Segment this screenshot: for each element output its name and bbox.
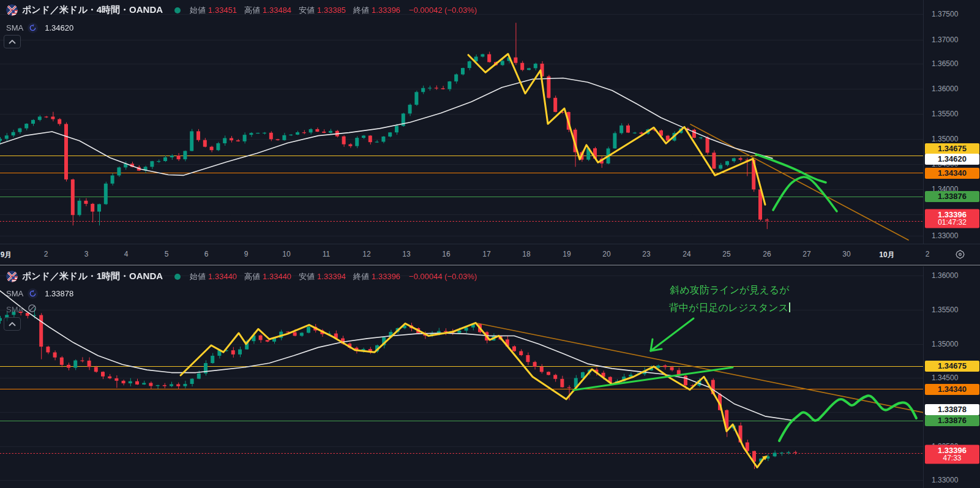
sma-label: SMA bbox=[6, 23, 23, 32]
top-sma-legend[interactable]: SMA 1.34620 bbox=[6, 23, 73, 33]
time-label: 4 bbox=[124, 250, 129, 258]
price-tick-label: 1.36500 bbox=[932, 59, 958, 68]
price-tick-label: 1.34500 bbox=[932, 374, 958, 382]
top-chart-canvas[interactable] bbox=[0, 0, 923, 244]
time-label: 10月 bbox=[879, 250, 894, 260]
price-tick-label: 1.36000 bbox=[932, 84, 958, 93]
time-label: 27 bbox=[802, 250, 810, 258]
time-label: 9月 bbox=[1, 250, 12, 260]
chart-panel-4h: ポンド／米ドル・4時間・OANDA 始値1.33451 高値1.33484 安値… bbox=[0, 0, 980, 244]
top-change-value: −0.00042 (−0.03%) bbox=[409, 6, 477, 15]
price-tick-label: 1.35000 bbox=[932, 340, 958, 348]
time-label: 20 bbox=[602, 250, 610, 258]
gbpusd-flag-icon bbox=[6, 271, 18, 282]
time-label: 5 bbox=[165, 250, 169, 258]
time-label: 25 bbox=[722, 250, 730, 258]
time-label: 24 bbox=[683, 250, 690, 258]
price-tick-label: 1.36000 bbox=[932, 271, 958, 280]
sma-label: SMA bbox=[6, 305, 23, 314]
time-label: 12 bbox=[362, 250, 370, 258]
annotation-line2: 背中が日足のレジスタンス bbox=[650, 299, 809, 317]
collapse-header-button-bottom[interactable] bbox=[4, 317, 21, 331]
time-label: 6 bbox=[204, 250, 209, 258]
sma-loading-icon bbox=[28, 23, 38, 33]
time-label: 17 bbox=[482, 250, 490, 258]
gbpusd-flag-icon bbox=[6, 4, 18, 16]
top-ohlc-values: 始値1.33451 高値1.33484 安値1.33385 終値1.33396 … bbox=[190, 5, 477, 16]
price-tick-label: 1.35500 bbox=[932, 110, 958, 118]
chart-panel-1h: ポンド／米ドル・1時間・OANDA 始値1.33440 高値1.33440 安値… bbox=[0, 266, 980, 488]
time-axis[interactable]: 9月23456910111213161718192023242526273010… bbox=[0, 244, 980, 264]
text-caret bbox=[789, 302, 790, 312]
price-badge-white: 1.33878 bbox=[925, 404, 979, 415]
market-status-dot bbox=[174, 274, 181, 280]
time-label: 10 bbox=[282, 250, 290, 258]
sma-loading-icon bbox=[28, 288, 38, 299]
panel-divider-handle[interactable] bbox=[0, 264, 980, 266]
time-label: 26 bbox=[763, 250, 771, 258]
price-tick-label: 1.33000 bbox=[932, 231, 958, 240]
chart-text-annotation[interactable]: 斜め攻防ラインが見えるが 背中が日足のレジスタンス bbox=[650, 281, 809, 317]
price-badge-yellow: 1.34675 bbox=[925, 143, 979, 154]
bottom-sma-legend[interactable]: SMA 1.33878 bbox=[6, 288, 73, 299]
time-label: 23 bbox=[642, 250, 650, 258]
top-sma-value: 1.34620 bbox=[45, 23, 73, 32]
bottom-sma-value: 1.33878 bbox=[45, 289, 73, 298]
time-label: 2 bbox=[926, 250, 930, 258]
time-label: 30 bbox=[842, 250, 850, 258]
time-label: 16 bbox=[442, 250, 450, 258]
time-label: 18 bbox=[522, 250, 530, 258]
price-badge-green: 1.33876 bbox=[925, 415, 979, 426]
market-status-dot bbox=[174, 7, 181, 13]
time-label: 9 bbox=[244, 250, 249, 258]
time-label: 3 bbox=[84, 250, 89, 258]
trading-chart-app: ポンド／米ドル・4時間・OANDA 始値1.33451 高値1.33484 安値… bbox=[0, 0, 980, 488]
time-label: 19 bbox=[563, 250, 570, 258]
time-label: 11 bbox=[323, 250, 330, 258]
price-tick-label: 1.37500 bbox=[932, 10, 958, 18]
indicator-hidden-icon bbox=[28, 304, 37, 315]
price-tick-label: 1.35500 bbox=[932, 306, 958, 314]
price-badge-orange: 1.34340 bbox=[925, 384, 979, 395]
price-badge-red: 1.3339601:47:32 bbox=[925, 209, 979, 228]
price-badge-white: 1.34620 bbox=[925, 154, 979, 165]
bottom-sma-hidden-legend[interactable]: SMA bbox=[6, 304, 37, 315]
time-label: 2 bbox=[44, 250, 48, 258]
annotation-line1: 斜め攻防ラインが見えるが bbox=[650, 281, 809, 299]
sma-label: SMA bbox=[6, 289, 23, 298]
price-tick-label: 1.37000 bbox=[932, 36, 958, 44]
price-badge-yellow: 1.34675 bbox=[925, 361, 979, 372]
countdown-timer: 47:33 bbox=[925, 454, 979, 462]
bottom-symbol-title: ポンド／米ドル・1時間・OANDA bbox=[22, 271, 163, 282]
price-badge-red: 1.3339647:33 bbox=[925, 445, 979, 464]
price-axis-4h[interactable]: 1.375001.370001.365001.360001.355001.350… bbox=[923, 0, 980, 244]
top-symbol-title: ポンド／米ドル・4時間・OANDA bbox=[22, 4, 163, 16]
chart-settings-gear-icon[interactable] bbox=[953, 247, 967, 261]
price-tick-label: 1.33000 bbox=[932, 476, 958, 484]
bottom-symbol-header[interactable]: ポンド／米ドル・1時間・OANDA 始値1.33440 高値1.33440 安値… bbox=[6, 271, 477, 282]
price-axis-1h[interactable]: 1.360001.355001.350001.345001.340001.335… bbox=[923, 266, 980, 488]
bottom-change-value: −0.00044 (−0.03%) bbox=[409, 272, 477, 281]
price-badge-orange: 1.34340 bbox=[925, 168, 979, 179]
collapse-header-button-top[interactable] bbox=[4, 35, 21, 48]
bottom-ohlc-values: 始値1.33440 高値1.33440 安値1.33394 終値1.33396 … bbox=[190, 271, 477, 282]
time-label: 13 bbox=[402, 250, 410, 258]
price-tick-label: 1.35000 bbox=[932, 135, 958, 143]
top-symbol-header[interactable]: ポンド／米ドル・4時間・OANDA 始値1.33451 高値1.33484 安値… bbox=[6, 4, 477, 16]
price-badge-green: 1.33876 bbox=[925, 191, 979, 202]
countdown-timer: 01:47:32 bbox=[925, 219, 979, 227]
